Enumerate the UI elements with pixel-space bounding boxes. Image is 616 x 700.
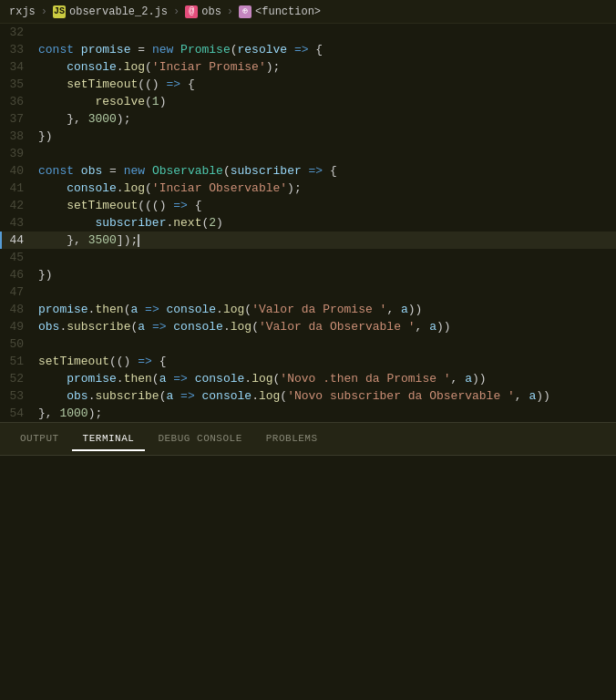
code-line-51: 51 setTimeout(() => { <box>0 353 616 370</box>
breadcrumb-function: <function> <box>255 5 321 18</box>
breadcrumb-filename: observable_2.js <box>69 5 168 18</box>
code-line-42: 42 setTimeout((() => { <box>0 197 616 214</box>
tab-output[interactable]: OUTPUT <box>9 427 70 451</box>
js-file-icon: JS <box>53 5 66 18</box>
obs-icon: @ <box>185 5 198 18</box>
code-line-50: 50 <box>0 335 616 353</box>
breadcrumb-obs: obs <box>201 5 221 18</box>
code-line-43: 43 subscriber.next(2) <box>0 214 616 232</box>
code-line-40: 40 const obs = new Observable(subscriber… <box>0 162 616 180</box>
code-line-52: 52 promise.then(a => console.log('Novo .… <box>0 370 616 387</box>
code-line-36: 36 resolve(1) <box>0 93 616 110</box>
breadcrumb: rxjs › JS observable_2.js › @ obs › ⊕ <f… <box>0 0 616 24</box>
code-line-54: 54 }, 1000); <box>0 405 616 422</box>
breadcrumb-rxjs: rxjs <box>9 5 36 18</box>
code-line-39: 39 <box>0 145 616 162</box>
tab-terminal[interactable]: TERMINAL <box>72 427 146 451</box>
code-line-48: 48 promise.then(a => console.log('Valor … <box>0 301 616 318</box>
code-editor[interactable]: 32 33 const promise = new Promise(resolv… <box>0 24 616 422</box>
editor-area: 32 33 const promise = new Promise(resolv… <box>0 24 616 667</box>
code-line-33: 33 const promise = new Promise(resolve =… <box>0 41 616 58</box>
code-line-37: 37 }, 3000); <box>0 110 616 128</box>
code-line-49: 49 obs.subscribe(a => console.log('Valor… <box>0 318 616 335</box>
code-line-41: 41 console.log('Inciar Observable'); <box>0 180 616 197</box>
tab-debug-console[interactable]: DEBUG CONSOLE <box>147 427 252 451</box>
code-line-32: 32 <box>0 24 616 41</box>
code-line-47: 47 <box>0 283 616 301</box>
code-line-45: 45 <box>0 249 616 266</box>
code-line-34: 34 console.log('Inciar Promise'); <box>0 58 616 76</box>
fn-icon: ⊕ <box>239 5 252 18</box>
bottom-panel: OUTPUT TERMINAL DEBUG CONSOLE PROBLEMS <box>0 422 616 637</box>
code-line-38: 38 }) <box>0 128 616 145</box>
code-line-53: 53 obs.subscribe(a => console.log('Novo … <box>0 387 616 405</box>
panel-tabs: OUTPUT TERMINAL DEBUG CONSOLE PROBLEMS <box>0 423 616 456</box>
code-line-44: 44 }, 3500]); <box>0 232 616 249</box>
tab-problems[interactable]: PROBLEMS <box>255 427 329 451</box>
code-line-35: 35 setTimeout(() => { <box>0 76 616 93</box>
code-line-46: 46 }) <box>0 266 616 283</box>
terminal-content[interactable] <box>0 456 616 638</box>
